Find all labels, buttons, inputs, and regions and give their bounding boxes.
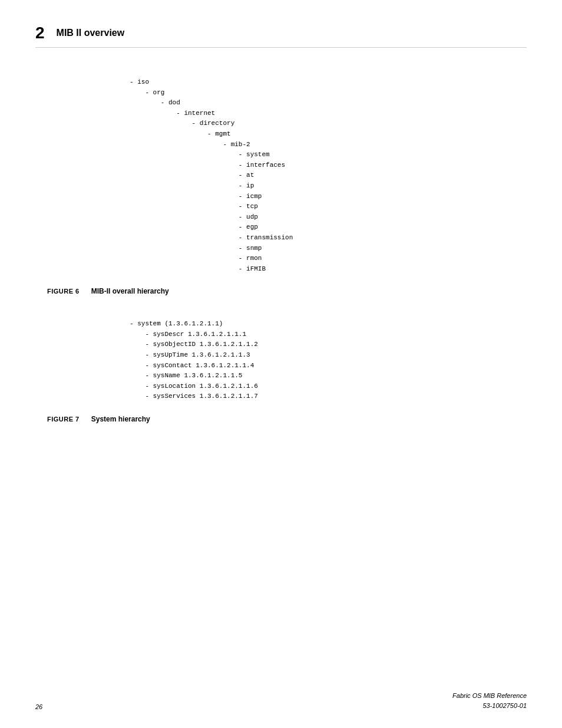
page-number: 26 <box>35 703 42 710</box>
footer-doc-title: Fabric OS MIB Reference <box>452 692 527 699</box>
figure6-code: - iso - org - dod - internet - directory… <box>35 71 527 280</box>
chapter-title: MIB II overview <box>57 28 125 38</box>
figure6-block: - iso - org - dod - internet - directory… <box>35 71 527 295</box>
page-container: 2 MIB II overview - iso - org - dod - in… <box>0 0 562 728</box>
figure7-caption: FIGURE 7 System hierarchy <box>35 415 527 423</box>
figure7-label: FIGURE 7 <box>47 416 80 423</box>
figure7-block: - system (1.3.6.1.2.1.1) - sysDescr 1.3.… <box>35 313 527 423</box>
figure7-code: - system (1.3.6.1.2.1.1) - sysDescr 1.3.… <box>35 313 527 408</box>
figure6-caption: FIGURE 6 MIB-II overall hierarchy <box>35 287 527 295</box>
figure7-title: System hierarchy <box>91 415 150 423</box>
footer-doc-info: Fabric OS MIB Reference 53-1002750-01 <box>452 691 527 710</box>
footer-doc-number: 53-1002750-01 <box>482 702 527 709</box>
figure6-title: MIB-II overall hierarchy <box>91 287 169 295</box>
figure6-label: FIGURE 6 <box>47 288 80 295</box>
page-footer: 26 Fabric OS MIB Reference 53-1002750-01 <box>0 691 562 710</box>
chapter-number: 2 <box>35 24 45 42</box>
chapter-header: 2 MIB II overview <box>35 24 527 48</box>
